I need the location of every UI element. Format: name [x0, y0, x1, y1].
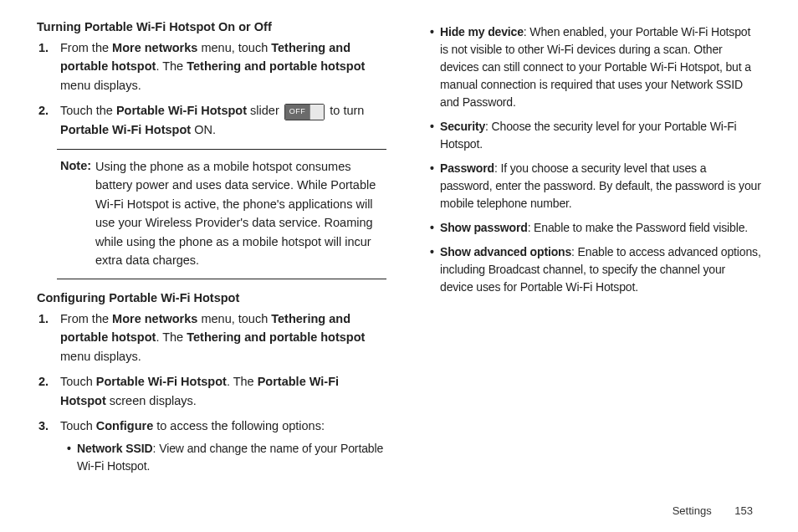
section2-step3-bullets: Network SSID: View and change the name o…	[60, 440, 386, 475]
note-block: Note: Using the phone as a mobile hotspo…	[57, 149, 386, 279]
slider-knob	[309, 105, 324, 120]
text: . The	[156, 59, 187, 73]
page-footer: Settings 153	[673, 504, 753, 517]
section2-step-1: From the More networks menu, touch Tethe…	[55, 309, 386, 366]
bold-text: Portable Wi-Fi Hotspot	[116, 104, 247, 117]
bold-text: Tethering and portable hotspot	[187, 330, 365, 344]
bold-text: Portable Wi-Fi Hotspot	[96, 375, 227, 388]
bold-text: Show password	[440, 221, 528, 234]
bold-text: Password	[440, 161, 494, 175]
text: screen displays.	[106, 394, 197, 407]
text: From the	[60, 312, 112, 325]
text: menu displays.	[60, 350, 141, 363]
footer-section: Settings	[673, 504, 712, 517]
text: : Choose the security level for your Por…	[440, 120, 737, 151]
text: Touch	[60, 375, 96, 388]
bold-text: Security	[440, 120, 485, 133]
bold-text: More networks	[112, 41, 197, 54]
section1-heading: Turning Portable Wi-Fi Hotspot On or Off	[37, 20, 386, 33]
left-column: Turning Portable Wi-Fi Hotspot On or Off…	[37, 20, 386, 485]
bold-text: Show advanced options	[440, 245, 571, 258]
footer-page-number: 153	[734, 504, 753, 517]
bold-text: Network SSID	[77, 442, 153, 455]
text: . The	[227, 375, 258, 388]
text: slider	[247, 104, 283, 117]
section2-step-2: Touch Portable Wi-Fi Hotspot. The Portab…	[55, 372, 386, 410]
text: to access the following options:	[153, 419, 325, 432]
text: menu, touch	[197, 41, 271, 54]
text: ON.	[191, 123, 216, 136]
section1-step-2: Touch the Portable Wi-Fi Hotspot slider …	[55, 101, 386, 139]
bold-text: More networks	[112, 312, 197, 325]
section2-step-3: Touch Configure to access the following …	[55, 417, 386, 475]
text: . The	[156, 330, 187, 344]
text: : Enable to make the Password field visi…	[528, 221, 748, 234]
bold-text: Configure	[96, 419, 153, 432]
bullet-network-ssid: Network SSID: View and change the name o…	[67, 440, 386, 475]
section2-heading: Configuring Portable Wi-Fi Hotspot	[37, 291, 386, 304]
page-content: Turning Portable Wi-Fi Hotspot On or Off…	[0, 0, 798, 494]
section1-step-1: From the More networks menu, touch Tethe…	[55, 38, 386, 95]
section2-steps: From the More networks menu, touch Tethe…	[37, 309, 386, 476]
text: menu displays.	[60, 79, 141, 92]
bullet-show-advanced-options: Show advanced options: Enable to access …	[430, 243, 761, 296]
text: Touch	[60, 419, 96, 432]
text: Touch the	[60, 104, 116, 117]
slider-label: OFF	[285, 104, 310, 120]
bold-text: Portable Wi-Fi Hotspot	[60, 123, 191, 136]
bullet-show-password: Show password: Enable to make the Passwo…	[430, 219, 761, 237]
bullet-security: Security: Choose the security level for …	[430, 118, 761, 153]
note-body: Using the phone as a mobile hotspot cons…	[60, 157, 381, 270]
text: menu, touch	[197, 312, 271, 325]
bold-text: Hide my device	[440, 25, 524, 38]
text: From the	[60, 41, 112, 54]
note-label: Note:	[60, 159, 91, 172]
right-column: Hide my device: When enabled, your Porta…	[412, 20, 761, 485]
bullet-hide-my-device: Hide my device: When enabled, your Porta…	[430, 23, 761, 111]
bold-text: Tethering and portable hotspot	[187, 59, 365, 73]
text: to turn	[326, 104, 364, 117]
off-slider-icon: OFF	[284, 104, 325, 120]
bullet-password: Password: If you choose a security level…	[430, 160, 761, 212]
section1-steps: From the More networks menu, touch Tethe…	[37, 38, 386, 139]
right-bullets: Hide my device: When enabled, your Porta…	[412, 23, 761, 296]
